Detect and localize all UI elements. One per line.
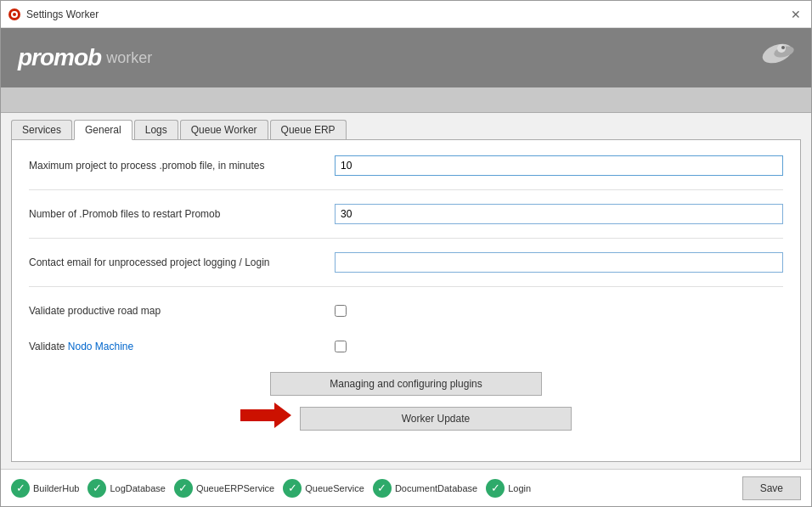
tab-general[interactable]: General [74,120,133,140]
tab-queue-erp[interactable]: Queue ERP [270,120,347,140]
field-row-num-promob-files: Number of .Promob files to restart Promo… [29,202,783,226]
input-max-project-time[interactable] [335,155,783,176]
label-num-promob-files: Number of .Promob files to restart Promo… [29,208,335,220]
field-row-max-project-time: Maximum project to process .promob file,… [29,154,783,177]
input-contact-email[interactable] [335,252,783,273]
check-login: ✓ [486,479,505,498]
field-row-validate-road-map: Validate productive road map [29,299,783,323]
tabs: Services General Logs Queue Worker Queue… [11,120,801,140]
label-queue-erp-service: QueueERPService [196,483,274,493]
check-document-database: ✓ [373,479,392,498]
status-item-document-database: ✓ DocumentDatabase [373,479,477,498]
logo-promob: promob [18,44,101,71]
main-content: Services General Logs Queue Worker Queue… [1,113,811,469]
status-item-builder-hub: ✓ BuilderHub [11,479,79,498]
arrow-update-row: Worker Update [29,403,783,435]
btn-plugins-row: Managing and configuring plugins [29,372,783,396]
label-validate-nodo: Validate Nodo Machine [29,341,335,352]
banner: promob worker [1,28,811,87]
tab-queue-worker[interactable]: Queue Worker [180,120,268,140]
status-item-login: ✓ Login [486,479,531,498]
status-item-log-database: ✓ LogDatabase [87,479,165,498]
label-log-database: LogDatabase [110,483,165,493]
label-contact-email: Contact email for unprocessed project lo… [29,256,335,268]
label-max-project-time: Maximum project to process .promob file,… [29,160,335,172]
banner-icon [752,37,794,79]
title-bar: Settings Worker ✕ [1,1,811,28]
checkbox-validate-nodo[interactable] [335,341,347,352]
btn-plugins[interactable]: Managing and configuring plugins [270,372,542,396]
close-button[interactable]: ✕ [787,6,804,23]
label-document-database: DocumentDatabase [395,483,477,493]
arrow-svg [240,403,291,428]
save-button[interactable]: Save [742,476,801,500]
label-queue-service: QueueService [305,483,364,493]
main-window: Settings Worker ✕ promob worker Services [0,0,812,507]
label-validate-road-map: Validate productive road map [29,305,335,317]
svg-marker-7 [240,403,291,428]
banner-logo-icon [752,37,794,79]
tab-logs[interactable]: Logs [134,120,178,140]
field-row-contact-email: Contact email for unprocessed project lo… [29,251,783,274]
app-icon [8,8,21,21]
divider-3 [29,286,783,287]
window-title: Settings Worker [26,8,99,20]
svg-point-2 [13,13,16,16]
svg-point-6 [781,46,785,49]
divider-1 [29,189,783,190]
tab-services[interactable]: Services [11,120,72,140]
status-item-queue-service: ✓ QueueService [283,479,364,498]
check-log-database: ✓ [87,479,106,498]
label-login: Login [508,483,531,493]
logo-worker: worker [106,49,152,67]
field-row-validate-nodo: Validate Nodo Machine [29,335,783,358]
toolbar [1,87,811,113]
input-num-promob-files[interactable] [335,204,783,224]
divider-2 [29,238,783,239]
label-builder-hub: BuilderHub [33,483,79,493]
check-builder-hub: ✓ [11,479,30,498]
status-item-queue-erp-service: ✓ QueueERPService [174,479,274,498]
status-items: ✓ BuilderHub ✓ LogDatabase ✓ QueueERPSer… [11,479,736,498]
title-bar-left: Settings Worker [8,8,99,21]
settings-panel: Maximum project to process .promob file,… [11,139,801,462]
checkbox-validate-road-map[interactable] [335,305,347,317]
check-queue-service: ✓ [283,479,302,498]
check-queue-erp-service: ✓ [174,479,193,498]
btn-worker-update[interactable]: Worker Update [300,407,572,431]
arrow-right-icon [240,403,291,435]
logo-area: promob worker [18,44,152,71]
status-bar: ✓ BuilderHub ✓ LogDatabase ✓ QueueERPSer… [1,469,811,506]
